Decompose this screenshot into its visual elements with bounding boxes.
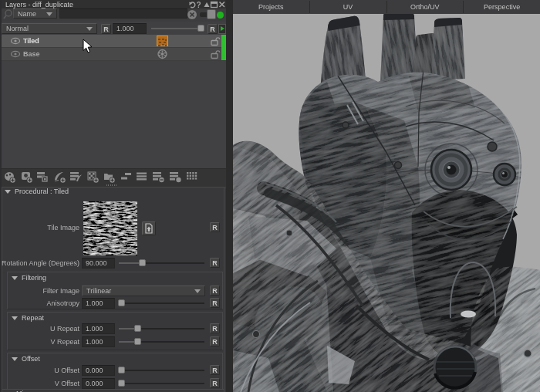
- svg-text:?: ?: [197, 1, 201, 9]
